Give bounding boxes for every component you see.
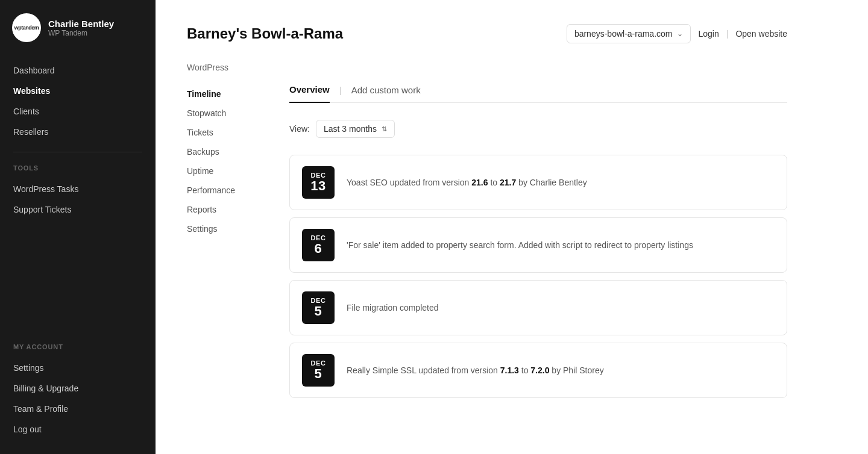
page-title: Barney's Bowl-a-Rama [187, 25, 343, 42]
page-header: Barney's Bowl-a-Rama barneys-bowl-a-rama… [187, 24, 787, 43]
my-account-label: MY ACCOUNT [0, 336, 156, 353]
header-separator: | [726, 29, 729, 39]
timeline-entries: DEC 13 Yoast SEO updated from version 21… [289, 155, 787, 398]
content-tabs: Overview | Add custom work [289, 84, 787, 103]
date-badge: DEC 6 [302, 229, 335, 261]
entry-text-suffix: by Charlie Bentley [516, 178, 587, 187]
date-badge: DEC 13 [302, 166, 335, 199]
left-nav-performance[interactable]: Performance [187, 181, 275, 200]
sidebar-item-logout[interactable]: Log out [0, 419, 156, 440]
tab-overview[interactable]: Overview [289, 84, 330, 103]
sidebar: wptandem Charlie Bentley WP Tandem Dashb… [0, 0, 156, 454]
wordpress-subnav-label[interactable]: WordPress [187, 63, 243, 72]
domain-value: barneys-bowl-a-rama.com [574, 29, 673, 39]
date-day: 5 [315, 304, 322, 319]
entry-text: 'For sale' item added to property search… [347, 240, 775, 250]
sidebar-item-support-tickets[interactable]: Support Tickets [0, 199, 156, 220]
logo-text: Charlie Bentley WP Tandem [48, 19, 114, 37]
entry-from-version: 7.1.3 [500, 365, 519, 375]
header-actions: barneys-bowl-a-rama.com ⌄ Login | Open w… [567, 24, 787, 43]
entry-to-label: to [519, 365, 530, 375]
sidebar-logo: wptandem Charlie Bentley WP Tandem [0, 0, 156, 55]
domain-selector[interactable]: barneys-bowl-a-rama.com ⌄ [567, 24, 691, 43]
entry-text-suffix: by Phil Storey [549, 365, 603, 375]
entry-text: Really Simple SSL updated from version 7… [347, 365, 775, 375]
date-badge: DEC 5 [302, 354, 335, 387]
sidebar-item-websites[interactable]: Websites [0, 81, 156, 101]
entry-text-prefix: Yoast SEO updated from version [347, 178, 471, 187]
user-org: WP Tandem [48, 29, 114, 37]
content-layout: Timeline Stopwatch Tickets Backups Uptim… [187, 84, 787, 398]
sidebar-item-billing[interactable]: Billing & Upgrade [0, 378, 156, 399]
date-day: 13 [310, 179, 326, 193]
entry-text-plain: 'For sale' item added to property search… [347, 240, 693, 250]
chevron-down-icon: ⌄ [677, 30, 683, 38]
view-label: View: [289, 124, 310, 134]
account-section: MY ACCOUNT Settings Billing & Upgrade Te… [0, 336, 156, 454]
entry-from-version: 21.6 [471, 178, 488, 187]
entry-text: Yoast SEO updated from version 21.6 to 2… [347, 178, 775, 187]
right-content: Overview | Add custom work View: Last 3 … [289, 84, 787, 398]
left-nav: Timeline Stopwatch Tickets Backups Uptim… [187, 84, 289, 398]
entry-text-plain: File migration completed [347, 303, 439, 313]
tools-section-label: TOOLS [0, 157, 156, 174]
view-selected-option: Last 3 months [324, 124, 377, 134]
chevron-updown-icon: ⇅ [382, 125, 387, 133]
main-nav: Dashboard Websites Clients Resellers [0, 55, 156, 147]
timeline-entry: DEC 5 Really Simple SSL updated from ver… [289, 343, 787, 398]
logo-icon: wptandem [12, 13, 41, 42]
left-nav-timeline[interactable]: Timeline [187, 84, 275, 104]
timeline-entry: DEC 5 File migration completed [289, 280, 787, 335]
date-badge: DEC 5 [302, 291, 335, 324]
date-day: 5 [315, 367, 322, 381]
nav-divider-1 [13, 152, 142, 152]
left-nav-backups[interactable]: Backups [187, 142, 275, 161]
view-select[interactable]: Last 3 months ⇅ [316, 120, 395, 138]
left-nav-settings[interactable]: Settings [187, 219, 275, 238]
timeline-entry: DEC 13 Yoast SEO updated from version 21… [289, 155, 787, 210]
tab-add-custom-work[interactable]: Add custom work [351, 85, 421, 102]
open-website-link[interactable]: Open website [735, 29, 787, 39]
main-content: Barney's Bowl-a-Rama barneys-bowl-a-rama… [156, 0, 868, 454]
account-nav: Settings Billing & Upgrade Team & Profil… [0, 353, 156, 444]
sidebar-item-clients[interactable]: Clients [0, 101, 156, 122]
timeline-entry: DEC 6 'For sale' item added to property … [289, 217, 787, 273]
tab-separator: | [339, 85, 342, 102]
sidebar-item-wordpress-tasks[interactable]: WordPress Tasks [0, 179, 156, 199]
sidebar-item-team-profile[interactable]: Team & Profile [0, 399, 156, 419]
entry-text: File migration completed [347, 303, 775, 313]
entry-text-prefix: Really Simple SSL updated from version [347, 365, 500, 375]
entry-to-version: 7.2.0 [530, 365, 549, 375]
left-nav-stopwatch[interactable]: Stopwatch [187, 104, 275, 123]
left-nav-uptime[interactable]: Uptime [187, 161, 275, 181]
date-day: 6 [315, 241, 322, 256]
tools-nav: WordPress Tasks Support Tickets [0, 174, 156, 225]
entry-to-label: to [488, 178, 500, 187]
left-nav-tickets[interactable]: Tickets [187, 123, 275, 142]
sidebar-item-resellers[interactable]: Resellers [0, 122, 156, 142]
left-nav-reports[interactable]: Reports [187, 200, 275, 219]
sidebar-item-dashboard[interactable]: Dashboard [0, 60, 156, 81]
entry-to-version: 21.7 [500, 178, 516, 187]
user-name: Charlie Bentley [48, 19, 114, 29]
login-link[interactable]: Login [698, 29, 719, 39]
view-bar: View: Last 3 months ⇅ [289, 120, 787, 138]
sidebar-item-settings[interactable]: Settings [0, 358, 156, 378]
